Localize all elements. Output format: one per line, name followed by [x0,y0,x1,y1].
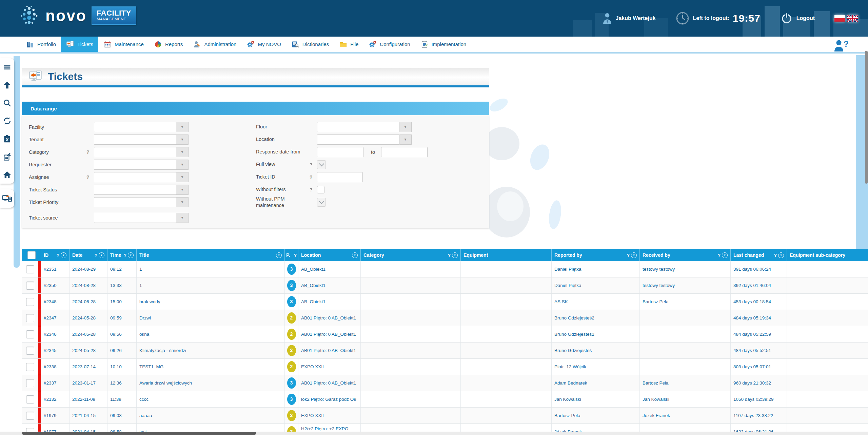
sidebar-remote-desktop-button[interactable] [0,189,14,208]
table-row[interactable]: #2350 2024-08-28 13:33 1 3 AB_Obiekt1 Da… [22,277,868,294]
column-header-received-by[interactable]: Received by ? [640,249,731,261]
ticket-source-input[interactable] [94,213,176,223]
table-row[interactable]: #2351 2024-08-29 09:12 1 3 AB_Obiekt1 Da… [22,261,868,277]
tab-administration[interactable]: Administration [188,37,241,52]
sidebar-home-button[interactable] [0,166,14,184]
ticket-source-dropdown-button[interactable]: ▼ [176,213,189,223]
facility-dropdown-button[interactable]: ▼ [176,122,189,132]
tab-maintenance[interactable]: Maintenance [98,37,149,52]
tab-implementation[interactable]: Implementation [415,37,472,52]
column-header-equipment[interactable]: Equipment [461,249,552,261]
column-header-id[interactable]: ID ? [41,249,70,261]
column-help-icon[interactable]: ? [774,253,777,258]
ticket-priority-input[interactable] [94,197,176,207]
tenant-input[interactable] [94,134,176,145]
column-help-icon[interactable]: ? [95,253,97,258]
table-row[interactable]: #2347 2024-05-28 09:59 Drzwi 2 AB01 Pięt… [22,310,868,326]
response-date-to-input[interactable] [381,147,428,157]
table-row[interactable]: #1979 2021-04-15 09:03 aaaaa 2 EXPO XXII… [22,408,868,424]
row-checkbox[interactable] [26,298,34,306]
uk-flag-icon[interactable] [847,15,858,22]
row-checkbox[interactable] [26,363,34,371]
ticket-status-input[interactable] [94,185,176,195]
tab-my-novo[interactable]: My NOVO [241,37,286,52]
floor-input[interactable] [317,122,399,132]
without-filters-help-icon[interactable]: ? [310,187,317,192]
table-row[interactable]: #2132 2022-11-09 11:39 cccc 3 lok2 Piętr… [22,391,868,408]
help-user-icon[interactable]: ? [833,39,849,51]
column-filter-icon[interactable] [722,252,728,258]
column-header-title[interactable]: Title [137,249,285,261]
assignee-dropdown-button[interactable]: ▼ [176,172,189,182]
vertical-scrollbar[interactable] [865,51,868,184]
column-header-category[interactable]: Category ? [361,249,461,261]
sidebar-export-excel-button[interactable]: X [0,130,14,148]
requester-dropdown-button[interactable]: ▼ [176,160,189,170]
column-help-icon[interactable]: ? [124,253,126,258]
location-input[interactable] [317,134,399,145]
category-input[interactable] [94,147,176,157]
tab-configuration[interactable]: Configuration [363,37,415,52]
column-header-time[interactable]: Time ? [107,249,137,261]
floor-dropdown-button[interactable]: ▼ [399,122,412,132]
tab-dictionaries[interactable]: Dictionaries [286,37,334,52]
ticket-id-cell[interactable]: #1979 [41,408,70,423]
column-header-equipment-subcategory[interactable]: Equipment sub-category [787,249,868,261]
column-help-icon[interactable]: ? [57,253,59,258]
table-row[interactable]: #2345 2024-05-28 09:26 Klimatyzacja - śm… [22,343,868,359]
column-filter-icon[interactable] [778,252,784,258]
location-dropdown-button[interactable]: ▼ [399,134,412,145]
tab-portfolio[interactable]: Portfolio [21,37,61,52]
ticket-id-cell[interactable]: #2337 [41,375,70,391]
ticket-status-dropdown-button[interactable]: ▼ [176,185,189,195]
category-dropdown-button[interactable]: ▼ [176,147,189,157]
tab-tickets[interactable]: Tickets [61,37,98,52]
ticket-id-cell[interactable]: #2347 [41,310,70,326]
table-row[interactable]: #2346 2024-05-28 09:56 okna 2 AB01 Piętr… [22,326,868,343]
ticket-id-cell[interactable]: #2345 [41,343,70,358]
requester-input[interactable] [94,160,176,170]
ticket-id-input[interactable] [317,172,363,182]
ticket-id-cell[interactable]: #2132 [41,391,70,407]
without-filters-checkbox[interactable] [317,186,324,193]
column-header-date[interactable]: Date ? [70,249,107,261]
column-help-icon[interactable]: ? [627,253,630,258]
tab-reports[interactable]: Reports [149,37,188,52]
row-checkbox[interactable] [26,412,34,420]
column-help-icon[interactable]: ? [718,253,721,258]
sidebar-search-button[interactable] [0,94,14,112]
ticket-priority-dropdown-button[interactable]: ▼ [176,197,189,207]
ticket-id-cell[interactable]: #2350 [41,277,70,293]
column-header-location[interactable]: Location [298,249,361,261]
row-checkbox[interactable] [26,379,34,387]
tenant-dropdown-button[interactable]: ▼ [176,134,189,145]
ticket-id-cell[interactable]: #2346 [41,326,70,342]
table-row[interactable]: #2338 2023-07-14 10:10 TEST1_MG 2 EXPO X… [22,359,868,375]
without-ppm-select[interactable] [317,198,326,207]
column-filter-icon[interactable] [61,252,66,258]
ticket-id-help-icon[interactable]: ? [310,174,317,180]
tab-file[interactable]: File [334,37,363,52]
column-filter-icon[interactable] [631,252,637,258]
table-row[interactable]: #2337 2023-01-17 12:36 Awaria drzwi wejś… [22,375,868,391]
full-view-help-icon[interactable]: ? [310,162,317,167]
table-row[interactable]: #2348 2024-06-28 15:00 brak wody 3 AB_Ob… [22,294,868,310]
column-filter-icon[interactable] [276,252,282,258]
column-filter-icon[interactable] [99,252,104,258]
column-help-icon[interactable]: ? [294,253,297,258]
row-checkbox[interactable] [26,330,34,338]
sidebar-scroll-top-button[interactable] [0,76,14,94]
logout-button[interactable]: Logout [780,12,815,25]
column-header-last-changed[interactable]: Last changed ? [731,249,787,261]
column-help-icon[interactable]: ? [448,253,451,258]
ticket-id-cell[interactable]: #2348 [41,294,70,310]
category-help-icon[interactable]: ? [86,149,94,155]
row-checkbox[interactable] [26,265,34,273]
sidebar-refresh-button[interactable] [0,112,14,130]
column-header-reported-by[interactable]: Reported by ? [552,249,640,261]
assignee-input[interactable] [94,172,176,182]
column-filter-icon[interactable] [128,252,134,258]
select-all-checkbox[interactable] [27,251,36,259]
row-checkbox[interactable] [26,395,34,403]
row-checkbox[interactable] [26,347,34,355]
